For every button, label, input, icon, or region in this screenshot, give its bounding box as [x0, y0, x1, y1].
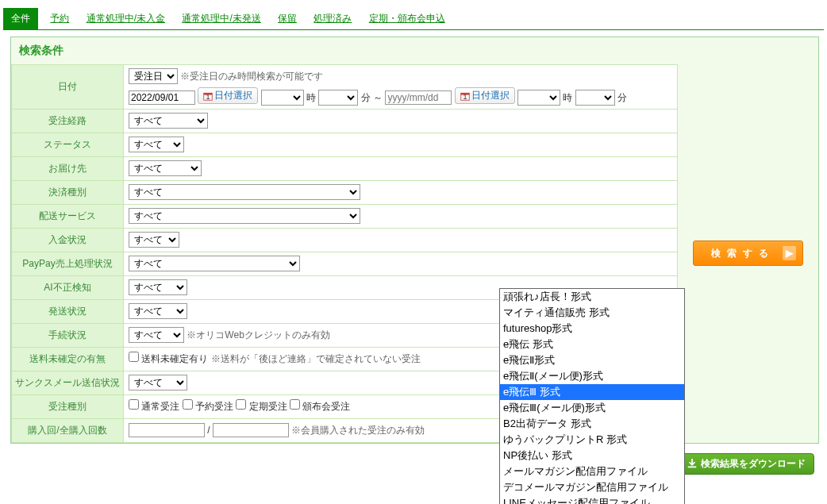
label-shipstat: 発送状況: [12, 299, 124, 323]
label-proc: 手続状況: [12, 323, 124, 347]
count-sep: /: [207, 425, 210, 436]
label-ai: AI不正検知: [12, 275, 124, 299]
format-option[interactable]: e飛伝Ⅱ形式: [500, 352, 684, 368]
date-to-input[interactable]: [385, 90, 452, 105]
label-min2: 分: [617, 92, 627, 103]
format-option[interactable]: e飛伝Ⅲ 形式: [500, 384, 684, 400]
date-note: ※受注日のみ時間検索が可能です: [180, 71, 323, 82]
tab-done[interactable]: 処理済み: [309, 9, 356, 29]
format-option[interactable]: e飛伝Ⅱ(メール便)形式: [500, 368, 684, 384]
label-min: 分: [361, 92, 371, 103]
format-option[interactable]: e飛伝Ⅲ(メール便)形式: [500, 400, 684, 416]
label-paypay: PayPay売上処理状況: [12, 252, 124, 275]
date-from-hour[interactable]: [261, 90, 304, 106]
download-button[interactable]: 検索結果をダウンロード: [678, 453, 814, 475]
format-option[interactable]: NP後払い 形式: [500, 448, 684, 464]
label-count: 購入回/全購入回数: [12, 418, 124, 442]
download-icon: [687, 458, 698, 469]
label-ordertype: 受注種別: [12, 394, 124, 418]
proc-select[interactable]: すべて: [129, 327, 184, 343]
label-freight: 送料未確定の有無: [12, 347, 124, 371]
label-status: ステータス: [12, 133, 124, 156]
label-dest: お届け先: [12, 156, 124, 180]
paid-select[interactable]: すべて: [129, 232, 179, 248]
freight-note: ※送料が「後ほど連絡」で確定されていない受注: [211, 353, 421, 364]
date-from-cal-button[interactable]: 1 日付選択: [198, 87, 258, 104]
label-route: 受注経路: [12, 109, 124, 133]
count-to-input[interactable]: [213, 423, 289, 437]
tab-reserve[interactable]: 予約: [45, 9, 74, 29]
date-kind-select[interactable]: 受注日: [129, 68, 178, 84]
otype-hanpu[interactable]: 頒布会受注: [290, 401, 350, 412]
label-paid: 入金状況: [12, 228, 124, 252]
arrow-right-icon: ▶: [783, 246, 796, 260]
shipping-select[interactable]: すべて: [129, 208, 360, 224]
paypay-select[interactable]: すべて: [129, 256, 300, 271]
date-to-min[interactable]: [575, 90, 615, 106]
tab-subscription[interactable]: 定期・頒布会申込: [364, 9, 450, 29]
calendar-icon: 1: [460, 91, 470, 101]
svg-text:1: 1: [463, 92, 467, 100]
calendar-icon: 1: [203, 91, 213, 101]
format-option[interactable]: B2出荷データ 形式: [500, 416, 684, 432]
format-option[interactable]: ゆうパックプリントR 形式: [500, 432, 684, 448]
tab-bar: 全件 予約 通常処理中/未入金 通常処理中/未発送 保留 処理済み 定期・頒布会…: [3, 3, 824, 30]
tab-hold[interactable]: 保留: [273, 9, 302, 29]
count-from-input[interactable]: [129, 423, 205, 437]
date-from-min[interactable]: [318, 90, 358, 106]
otype-normal[interactable]: 通常受注: [129, 401, 179, 412]
format-option[interactable]: デコメールマガジン配信用ファイル: [500, 479, 684, 481]
freight-checkbox-label[interactable]: 送料未確定有り: [129, 353, 208, 364]
payment-select[interactable]: すべて: [129, 184, 360, 200]
date-to-hour[interactable]: [517, 90, 560, 106]
label-payment: 決済種別: [12, 180, 124, 204]
format-option[interactable]: マイティ通信販売 形式: [500, 305, 684, 321]
count-note: ※会員購入された受注のみ有効: [291, 425, 425, 436]
cell-date: 受注日 ※受注日のみ時間検索が可能です 1 日付選択 時: [124, 65, 678, 110]
otype-period[interactable]: 定期受注: [236, 401, 287, 412]
tab-unshipped[interactable]: 通常処理中/未発送: [177, 9, 265, 29]
dest-select[interactable]: すべて: [129, 160, 202, 176]
status-select[interactable]: すべて: [129, 137, 184, 152]
label-hour2: 時: [563, 92, 572, 103]
freight-checkbox[interactable]: [129, 352, 139, 362]
label-sep: ～: [373, 92, 383, 103]
search-button[interactable]: 検索する▶: [693, 240, 803, 266]
format-option[interactable]: メールマガジン配信用ファイル: [500, 464, 684, 479]
format-dropdown-listbox[interactable]: 頑張れ♪店長！形式マイティ通信販売 形式futureshop形式e飛伝 形式e飛…: [499, 288, 685, 481]
ai-select[interactable]: すべて: [129, 279, 187, 295]
panel-title: 検索条件: [11, 37, 818, 64]
date-to-cal-button[interactable]: 1 日付選択: [455, 87, 515, 104]
label-hour: 時: [306, 92, 316, 103]
proc-note: ※オリコWebクレジットのみ有効: [187, 329, 329, 340]
search-panel: 検索条件 日付 受注日 ※受注日のみ時間検索が可能です 1: [10, 37, 819, 444]
format-option[interactable]: 頑張れ♪店長！形式: [500, 289, 684, 305]
route-select[interactable]: すべて: [129, 113, 208, 129]
format-option[interactable]: futureshop形式: [500, 321, 684, 337]
label-thanks: サンクスメール送信状況: [12, 371, 124, 394]
date-from-input[interactable]: [129, 90, 195, 105]
thanks-select[interactable]: すべて: [129, 375, 187, 391]
svg-text:1: 1: [206, 92, 210, 100]
format-option[interactable]: e飛伝 形式: [500, 337, 684, 352]
label-shipping: 配送サービス: [12, 204, 124, 228]
shipstat-select[interactable]: すべて: [129, 303, 187, 319]
label-date: 日付: [12, 65, 124, 110]
tab-all[interactable]: 全件: [3, 8, 38, 29]
tab-unpaid[interactable]: 通常処理中/未入金: [82, 9, 170, 29]
otype-reserve[interactable]: 予約受注: [183, 401, 233, 412]
